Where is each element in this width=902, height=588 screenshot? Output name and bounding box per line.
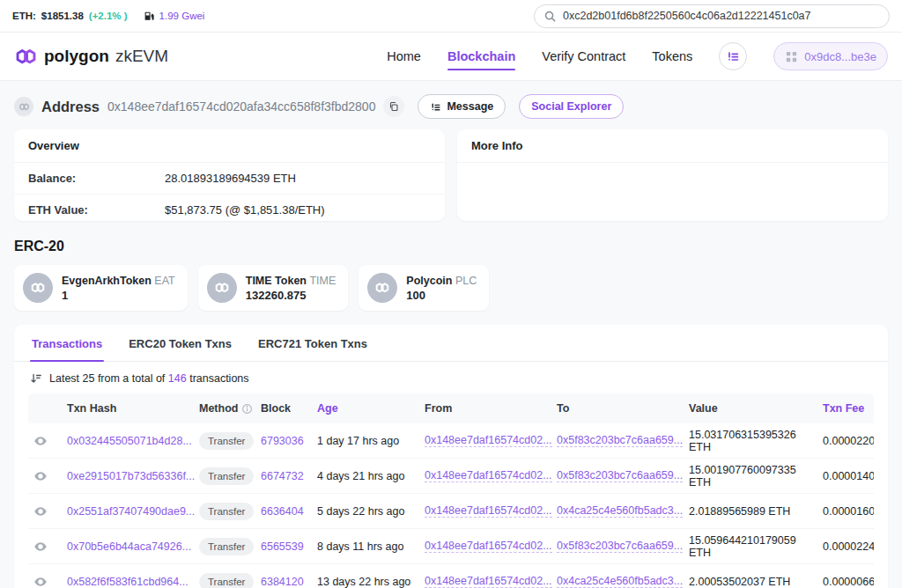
overview-card-title: Overview	[14, 129, 445, 163]
token-card-evgenarkhtoken[interactable]: EvgenArkhToken EAT 1	[14, 265, 188, 311]
txn-hash-link[interactable]: 0x70b5e6b44aca74926...	[67, 540, 191, 553]
wallet-avatar-icon	[785, 50, 798, 63]
polygon-zkevm-logo[interactable]: polygon zkEVM	[14, 45, 168, 69]
nav-item-verify-contract[interactable]: Verify Contract	[542, 35, 625, 77]
token-symbol: PLC	[455, 275, 477, 287]
polygon-logo-icon	[14, 45, 38, 69]
copy-address-button[interactable]	[383, 96, 404, 117]
method-badge: Transfer	[199, 573, 254, 588]
tab-erc721-token-txns[interactable]: ERC721 Token Txns	[256, 325, 369, 361]
block-link[interactable]: 6384120	[261, 576, 304, 588]
token-name: Polycoin	[406, 275, 452, 287]
preview-txn-button[interactable]	[32, 503, 49, 520]
to-address-link[interactable]: 0x5f83c203bc7c6aa659...	[557, 540, 683, 553]
txn-hash-link[interactable]: 0xe2915017b73d56336f...	[67, 470, 195, 482]
to-address-link[interactable]: 0x4ca25c4e560fb5adc3...	[557, 504, 683, 518]
main-nav: Home Blockchain Verify Contract Tokens 0…	[387, 35, 888, 77]
block-link[interactable]: 6674732	[261, 470, 304, 482]
message-button[interactable]: Message	[418, 94, 506, 119]
token-symbol: EAT	[154, 275, 174, 287]
to-address-link[interactable]: 0x5f83c203bc7c6aa659...	[557, 434, 683, 447]
summary-prefix: Latest 25 from a total of	[49, 372, 165, 385]
token-card-time-token[interactable]: TIME Token TIME 132260.875	[198, 265, 349, 311]
summary-count[interactable]: 146	[168, 372, 187, 385]
search-input[interactable]	[563, 10, 880, 22]
overview-card: Overview Balance: 28.01893189694539 ETH …	[14, 129, 445, 221]
gas-price[interactable]: 1.99 Gwei	[159, 11, 205, 21]
social-explorer-label: Social Explorer	[531, 100, 611, 113]
preview-txn-button[interactable]	[32, 538, 49, 555]
preview-txn-button[interactable]	[32, 467, 49, 485]
token-name: EvgenArkhToken	[62, 275, 152, 287]
from-address-link[interactable]: 0x148ee7daf16574cd02...	[425, 434, 552, 447]
from-address-link[interactable]: 0x148ee7daf16574cd02...	[425, 540, 552, 553]
token-card-polycoin[interactable]: Polycoin PLC 100	[359, 265, 489, 311]
tab-transactions[interactable]: Transactions	[30, 325, 104, 361]
col-method: Method	[196, 393, 257, 423]
to-address-link[interactable]: 0x5f83c203bc7c6aa659...	[557, 469, 683, 482]
site-header: polygon zkEVM Home Blockchain Verify Con…	[0, 33, 902, 81]
method-badge: Transfer	[199, 432, 254, 450]
block-link[interactable]: 6565539	[261, 540, 304, 553]
message-button-label: Message	[447, 100, 493, 113]
nav-item-home[interactable]: Home	[387, 35, 421, 77]
txn-hash-link[interactable]: 0x2551af37407490dae9...	[67, 505, 195, 518]
from-address-link[interactable]: 0x148ee7daf16574cd02...	[425, 575, 552, 588]
txn-age: 5 days 22 hrs ago	[314, 494, 421, 529]
search-bar[interactable]	[534, 4, 890, 28]
txn-age: 4 days 21 hrs ago	[314, 459, 421, 494]
eth-value-value: $51,873.75 (@ $1,851.38/ETH)	[165, 203, 325, 217]
txn-table-body: 0x032445505071b4d28... Transfer 6793036 …	[28, 423, 874, 588]
col-value: Value	[685, 393, 819, 423]
balance-row: Balance: 28.01893189694539 ETH	[14, 163, 445, 195]
feedback-list-button[interactable]	[719, 42, 747, 70]
txn-hash-link[interactable]: 0x032445505071b4d28...	[67, 435, 192, 447]
block-link[interactable]: 6793036	[261, 435, 304, 447]
wallet-address-button[interactable]: 0x9dc8...be3e	[773, 42, 888, 70]
txn-age: 13 days 22 hrs ago	[314, 564, 421, 588]
balance-label: Balance:	[28, 172, 165, 185]
txn-fee: 0.000014028	[819, 459, 874, 494]
token-balance: 1	[62, 289, 175, 302]
preview-txn-button[interactable]	[32, 432, 49, 450]
tab-erc20-token-txns[interactable]: ERC20 Token Txns	[127, 325, 233, 361]
txn-table-header: Txn Hash Method Block Age From To Value …	[28, 393, 874, 423]
method-badge: Transfer	[199, 467, 254, 485]
erc20-token-list: EvgenArkhToken EAT 1 TIME Token TIME 132…	[0, 265, 902, 311]
nav-item-blockchain[interactable]: Blockchain	[447, 35, 515, 77]
txn-fee: 0.00002247	[819, 529, 874, 564]
token-polygon-icon	[207, 273, 237, 303]
token-balance: 100	[406, 289, 477, 302]
message-list-icon	[430, 101, 441, 113]
to-address-link[interactable]: 0x4ca25c4e560fb5adc3...	[557, 575, 683, 588]
more-info-card: More Info	[457, 129, 888, 221]
col-to: To	[553, 393, 685, 423]
from-address-link[interactable]: 0x148ee7daf16574cd02...	[425, 504, 552, 518]
col-txn-fee[interactable]: Txn Fee	[819, 393, 874, 423]
info-icon[interactable]	[241, 403, 253, 415]
balance-value: 28.01893189694539 ETH	[165, 172, 296, 185]
more-info-card-title: More Info	[457, 129, 888, 163]
address-avatar-icon	[14, 97, 33, 116]
brand-suffix: zkEVM	[115, 47, 168, 66]
block-link[interactable]: 6636404	[261, 505, 304, 518]
search-icon	[543, 10, 557, 23]
txn-hash-link[interactable]: 0x582f6f583f61cbd964...	[67, 576, 189, 588]
social-explorer-button[interactable]: Social Explorer	[519, 94, 624, 119]
sort-icon[interactable]	[30, 372, 42, 385]
preview-txn-button[interactable]	[32, 573, 49, 588]
token-symbol: TIME	[309, 275, 336, 287]
txn-fee: 0.00002205	[819, 423, 874, 459]
erc20-section-title: ERC-20	[0, 221, 902, 265]
col-age[interactable]: Age	[314, 393, 421, 423]
txn-fee: 0.000006615	[819, 564, 874, 588]
address-value: 0x148ee7daf16574cd020afa34cc658f8f3fbd28…	[107, 99, 375, 114]
from-address-link[interactable]: 0x148ee7daf16574cd02...	[425, 469, 552, 482]
page-title: Address	[41, 99, 100, 115]
address-header: Address 0x148ee7daf16574cd020afa34cc658f…	[0, 81, 902, 129]
eth-price-label: ETH:	[12, 11, 36, 21]
nav-item-tokens[interactable]: Tokens	[652, 35, 692, 77]
token-polygon-icon	[367, 273, 397, 303]
method-badge: Transfer	[199, 503, 254, 520]
token-polygon-icon	[23, 273, 53, 303]
